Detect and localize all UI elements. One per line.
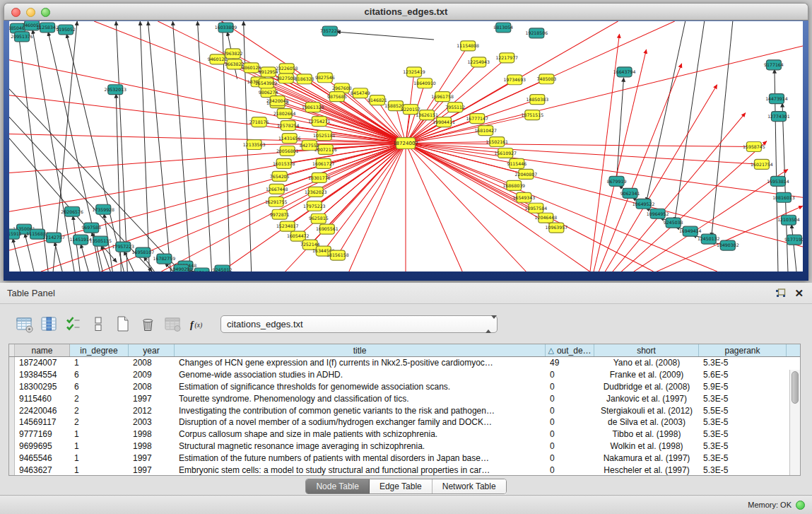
column-header-short[interactable]: short: [594, 344, 699, 356]
graph-node[interactable]: 9177164: [764, 60, 784, 70]
table-row[interactable]: 946362711997Embryonic stem cells: a mode…: [9, 464, 800, 475]
graph-node[interactable]: 23226058: [276, 64, 298, 74]
graph-node[interactable]: 9177190: [784, 235, 803, 245]
graph-node[interactable]: 7357224: [320, 26, 340, 36]
graph-node[interactable]: 16905561: [316, 224, 339, 234]
minimize-window-button[interactable]: [26, 8, 35, 17]
graph-node[interactable]: 12133563: [243, 140, 266, 150]
graph-node[interactable]: 12103504: [777, 215, 800, 225]
graph-node[interactable]: 9115446: [507, 158, 526, 168]
graph-node[interactable]: 12046448: [535, 213, 558, 223]
graph-node[interactable]: 9875685: [327, 92, 347, 102]
graph-node[interactable]: 9625815: [309, 214, 329, 223]
graph-node[interactable]: 8813054: [493, 23, 513, 33]
network-window-titlebar[interactable]: citations_edges.txt: [4, 3, 808, 21]
graph-node[interactable]: 9827508: [276, 74, 296, 83]
graph-node[interactable]: 9972871: [270, 209, 290, 219]
graph-node[interactable]: 12774301: [767, 112, 790, 122]
graph-node[interactable]: 14473914: [765, 94, 788, 104]
graph-node[interactable]: 17359928: [92, 204, 114, 214]
table-row[interactable]: 977716911998Corpus callosum shape and si…: [9, 428, 800, 440]
table-select-dropdown[interactable]: citations_edges.txt: [220, 315, 498, 333]
graph-node[interactable]: 8186328: [295, 74, 314, 84]
table-row[interactable]: 2242004622012Investigating the contribut…: [9, 404, 800, 416]
graph-node[interactable]: 7955112: [445, 103, 465, 112]
column-header-in_degree[interactable]: in_degree: [70, 344, 129, 356]
table-row[interactable]: 1938455462009Genome-wide association stu…: [9, 369, 800, 381]
delete-table-button[interactable]: [136, 313, 159, 335]
table-scrollbar-thumb[interactable]: [792, 371, 799, 404]
graph-node[interactable]: 9245012: [213, 265, 233, 271]
graph-node[interactable]: 16958107: [132, 247, 155, 257]
network-graph-canvas[interactable]: 8850461746005211258341919505220951376160…: [9, 21, 803, 271]
tab-node-table[interactable]: Node Table: [306, 479, 370, 493]
graph-node[interactable]: 10490302: [717, 240, 739, 250]
graph-node[interactable]: 11451914: [69, 235, 92, 245]
table-row[interactable]: 969969511998Structural magnetic resonanc…: [9, 440, 800, 452]
graph-node[interactable]: 18751515: [522, 110, 544, 120]
graph-node[interactable]: 14850383: [526, 95, 549, 105]
graph-node[interactable]: 16949414: [679, 226, 702, 236]
graph-node[interactable]: 7485083: [537, 74, 557, 84]
zoom-window-button[interactable]: [41, 8, 50, 17]
graph-node[interactable]: 8679919: [607, 176, 627, 186]
graph-node[interactable]: 12325419: [403, 67, 425, 77]
table-row[interactable]: 1830029562008Estimation of significance …: [9, 381, 800, 393]
graph-node[interactable]: 21802664: [273, 109, 296, 119]
graph-node[interactable]: 16015378: [273, 158, 295, 168]
float-window-icon[interactable]: [775, 288, 786, 298]
graph-node[interactable]: 10963957: [546, 223, 568, 233]
column-header-name[interactable]: name: [15, 344, 70, 356]
column-header-title[interactable]: title: [175, 344, 546, 356]
graph-node[interactable]: 8454749: [351, 88, 370, 98]
graph-node[interactable]: 15234817: [276, 221, 299, 231]
graph-node[interactable]: 2718176: [249, 117, 269, 127]
graph-node[interactable]: 9195052: [56, 25, 76, 35]
graph-node[interactable]: 17957223: [112, 242, 135, 252]
graph-node[interactable]: 15958745: [743, 142, 765, 152]
graph-node[interactable]: 12362023: [305, 187, 327, 197]
graph-node[interactable]: 12217977: [495, 53, 518, 63]
graph-node[interactable]: 9697588: [81, 223, 101, 233]
column-header-out_de[interactable]: △out_de…: [546, 344, 594, 356]
graph-node[interactable]: 16021754: [751, 159, 773, 169]
create-table-button[interactable]: [112, 313, 134, 335]
table-row[interactable]: 1872400712008Changes of HCN gene express…: [9, 357, 800, 369]
graph-node[interactable]: 9827546: [315, 73, 335, 83]
graph-node[interactable]: 12254943: [467, 57, 490, 67]
graph-hub-node[interactable]: 18724007: [393, 138, 418, 149]
column-settings-button[interactable]: [37, 313, 60, 335]
graph-node[interactable]: 12578254: [277, 121, 300, 131]
graph-node[interactable]: 11502161: [486, 137, 508, 147]
graph-node[interactable]: 7654205: [270, 171, 290, 181]
table-scrollbar[interactable]: [789, 370, 800, 475]
graph-node[interactable]: 15953814: [767, 176, 789, 186]
function-builder-button[interactable]: f(x): [186, 313, 208, 335]
graph-node[interactable]: 11154808: [457, 41, 479, 51]
row-height-button[interactable]: [87, 313, 110, 335]
graph-node[interactable]: 20056801: [276, 146, 299, 156]
column-header-year[interactable]: year: [129, 344, 175, 356]
graph-node[interactable]: 16959414: [191, 268, 213, 271]
table-row[interactable]: 1456911722003Disruption of a novel membe…: [9, 416, 800, 428]
graph-node[interactable]: 8427552: [300, 141, 319, 151]
graph-node[interactable]: 20532013: [104, 85, 126, 95]
graph-node[interactable]: 16033809: [215, 23, 237, 33]
graph-node[interactable]: 22040807: [515, 169, 538, 179]
close-panel-icon[interactable]: ✕: [794, 288, 804, 298]
graph-node[interactable]: 17975223: [303, 201, 326, 211]
column-header-pagerank[interactable]: pagerank: [699, 344, 787, 356]
tab-edge-table[interactable]: Edge Table: [370, 479, 433, 493]
graph-node[interactable]: 11431656: [278, 134, 301, 144]
graph-node[interactable]: 10964952: [647, 209, 669, 218]
tab-network-table[interactable]: Network Table: [433, 479, 506, 493]
graph-node[interactable]: 18640910: [413, 78, 436, 88]
graph-node[interactable]: 16643794: [613, 67, 636, 77]
table-row[interactable]: 946554611997Estimation of the future num…: [9, 452, 800, 464]
select-columns-button[interactable]: [62, 313, 85, 335]
table-row[interactable]: 911546021997Tourette syndrome. Phenomeno…: [9, 392, 800, 404]
table-settings-button[interactable]: [13, 313, 35, 335]
graph-node[interactable]: 9062341: [620, 188, 640, 198]
close-window-button[interactable]: [11, 8, 20, 17]
graph-node[interactable]: 19218506: [526, 28, 548, 38]
